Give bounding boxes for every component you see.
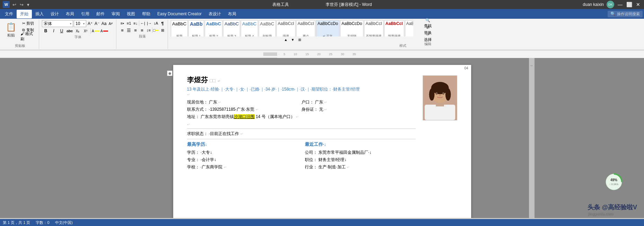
style-h1[interactable]: AaBb 标题 1 bbox=[188, 20, 204, 36]
strikethrough-button[interactable]: abc bbox=[66, 28, 73, 34]
font-size-dropdown-icon[interactable]: ▾ bbox=[83, 22, 85, 25]
work-industry-value: 生产·制造·加工 bbox=[318, 165, 346, 169]
style-normal[interactable]: AaBbC 标题 bbox=[171, 20, 188, 36]
close-button[interactable]: ✕ bbox=[635, 1, 641, 8]
info-line-break: ↵ bbox=[187, 93, 416, 97]
font-name-dropdown-icon[interactable]: ▾ bbox=[70, 22, 71, 25]
font-grow-button[interactable]: A⁺ bbox=[87, 20, 93, 27]
maximize-button[interactable]: ⬜ bbox=[626, 1, 632, 8]
menu-view[interactable]: 视图 bbox=[123, 10, 139, 18]
shading-button[interactable]: □ bbox=[153, 27, 159, 33]
menu-file[interactable]: 文件 bbox=[1, 10, 17, 18]
style-nospace[interactable]: AaBbCcDo 无间隔 bbox=[340, 20, 363, 36]
style-body[interactable]: AaBbCcDo ↵ 正文 bbox=[316, 20, 339, 36]
format-painter-button[interactable]: 🖌 格式刷 bbox=[19, 33, 37, 40]
table-handle[interactable]: ⊕ bbox=[167, 70, 173, 76]
current-address-row: 现居住地： 广东 ↵ bbox=[187, 99, 301, 106]
menu-insert[interactable]: 插入 bbox=[32, 10, 47, 18]
menu-help[interactable]: 帮助 bbox=[139, 10, 154, 18]
work-title: 最近工作·↓ bbox=[305, 141, 416, 148]
line-spacing-button[interactable]: ↕≡ bbox=[145, 27, 152, 33]
style-subtle[interactable]: AaBbCcI 不明显强调 bbox=[364, 20, 383, 36]
numbering-button[interactable]: ≡1 bbox=[126, 20, 132, 26]
menu-references[interactable]: 引用 bbox=[78, 10, 93, 18]
style-subtitle[interactable]: AaBbC 副标题 bbox=[259, 20, 276, 36]
highlight-button[interactable]: A bbox=[92, 28, 100, 34]
edu-degree-row: 学历： ·大专↓ bbox=[187, 149, 298, 156]
ribbon: 📋 粘贴 ✂ 剪切 ⧉ 复制 🖌 格式刷 剪贴板 bbox=[0, 19, 644, 50]
menu-layout[interactable]: 布局 bbox=[62, 10, 78, 18]
style-h4[interactable]: AaBbC 标题 4 bbox=[241, 20, 258, 36]
hukou-value: 广东 bbox=[315, 100, 323, 104]
font-shrink-button[interactable]: A⁻ bbox=[94, 20, 100, 27]
redo-button[interactable]: ↪ bbox=[19, 2, 24, 7]
align-left-button[interactable]: ≡ bbox=[119, 27, 125, 33]
style-intense[interactable]: AaBbCcI 明显强调 bbox=[384, 20, 404, 36]
styles-scroll-down-button[interactable]: ▼ bbox=[290, 36, 296, 43]
font-size-box[interactable]: 10 ▾ bbox=[74, 20, 86, 27]
style-h2[interactable]: AaBbC 标题 2 bbox=[205, 20, 222, 36]
edu-school-label: 学校： bbox=[187, 165, 200, 169]
clear-format-button[interactable]: A✗ bbox=[108, 20, 114, 27]
divider2 bbox=[187, 139, 416, 139]
menu-table-design[interactable]: 表设计 bbox=[205, 10, 224, 18]
decrease-indent-button[interactable]: ←| bbox=[140, 20, 146, 26]
superscript-button[interactable]: X² bbox=[82, 28, 89, 34]
paste-label: 粘贴 bbox=[7, 33, 15, 38]
style-quote[interactable]: AaBbCcDo 引用 bbox=[405, 20, 413, 36]
work-position-value: 财务主管/经理↓ bbox=[318, 157, 346, 162]
search-bar[interactable]: 🔍 操作说明搜索 bbox=[608, 11, 643, 17]
italic-button[interactable]: I bbox=[50, 28, 58, 34]
menu-home[interactable]: 开始 bbox=[17, 10, 32, 18]
style-keypoint[interactable]: AaBbCcI 要点 bbox=[296, 20, 315, 36]
undo-button[interactable]: ↩ bbox=[12, 2, 17, 7]
increase-indent-button[interactable]: |→ bbox=[146, 20, 152, 26]
menu-edc[interactable]: Easy Document Creator bbox=[154, 10, 205, 18]
menu-design[interactable]: 设计 bbox=[47, 10, 62, 18]
align-center-button[interactable]: ☰ bbox=[126, 27, 132, 33]
sort-button[interactable]: ↕A bbox=[153, 20, 159, 26]
word-icon: W bbox=[3, 1, 10, 8]
cut-button[interactable]: ✂ 剪切 bbox=[19, 20, 37, 26]
style-emphasis-text: AaBbCcI bbox=[278, 21, 294, 26]
underline-button[interactable]: U bbox=[58, 28, 65, 34]
paste-button[interactable]: 📋 粘贴 bbox=[3, 20, 19, 40]
work-company-label: 公司： bbox=[305, 150, 317, 155]
hukou-label: 户口： bbox=[301, 100, 314, 104]
fmt-arrow7: ↵ bbox=[224, 165, 227, 169]
menu-review[interactable]: 审阅 bbox=[108, 10, 123, 18]
style-quote-text: AaBbCcDo bbox=[406, 21, 413, 26]
font-name-box[interactable]: 宋体 ▾ bbox=[42, 20, 73, 27]
education-section: 最高学历↓ 学历： ·大专↓ 专业： ·会计学↓ 学校： ·广东商学院 bbox=[187, 141, 298, 171]
work-company-row: 公司： 东莞市常平福田金属制品厂·↓ bbox=[305, 149, 416, 156]
svg-point-6 bbox=[445, 89, 451, 101]
id-value: 无 bbox=[319, 107, 323, 112]
subscript-button[interactable]: X₂ bbox=[74, 28, 81, 34]
justify-button[interactable]: ≡ bbox=[139, 27, 145, 33]
minimize-button[interactable]: — bbox=[617, 1, 623, 8]
bullets-button[interactable]: ≡• bbox=[119, 20, 125, 26]
multilevel-button[interactable]: ≡↓ bbox=[132, 20, 139, 26]
style-emphasis[interactable]: AaBbCcI 强调 bbox=[276, 20, 295, 36]
info-line: 13 年及以上·经验·｜·大专·｜·女·｜·已婚·｜·34·岁·｜·158cm·… bbox=[187, 86, 416, 93]
style-h3[interactable]: AaBbC 标题 3 bbox=[223, 20, 240, 36]
search-placeholder[interactable]: 操作说明搜索 bbox=[617, 11, 640, 17]
menu-mailings[interactable]: 邮件 bbox=[93, 10, 108, 18]
borders-button[interactable]: ⊞ bbox=[159, 27, 166, 33]
select-button[interactable]: ▱ 选择 bbox=[417, 34, 438, 40]
customize-qat-button[interactable]: ▾ bbox=[26, 2, 30, 7]
styles-expand-button[interactable]: ⊞ bbox=[297, 36, 303, 43]
font-case-button[interactable]: Aa bbox=[101, 20, 107, 27]
menu-table-layout[interactable]: 布局 bbox=[224, 10, 240, 18]
style-h1-text: AaBb bbox=[190, 21, 203, 27]
select-icon: ▱ bbox=[426, 32, 429, 36]
photo-svg bbox=[423, 75, 457, 120]
styles-scroll-up-button[interactable]: ▲ bbox=[283, 36, 289, 43]
bold-button[interactable]: B bbox=[42, 28, 50, 34]
align-right-button[interactable]: ≡ bbox=[132, 27, 139, 33]
show-marks-button[interactable]: ¶ bbox=[159, 20, 166, 26]
font-color-button[interactable]: A bbox=[100, 28, 109, 34]
title-bar: W ↩ ↪ ▾ 表格工具 李世芬 [兼容模式] - Word duan kaix… bbox=[0, 0, 644, 9]
editing-group: 🔍 查找 ⇄ 替换 ▱ 选择 编辑 bbox=[416, 19, 440, 49]
style-h1-label: 标题 1 bbox=[192, 34, 201, 36]
